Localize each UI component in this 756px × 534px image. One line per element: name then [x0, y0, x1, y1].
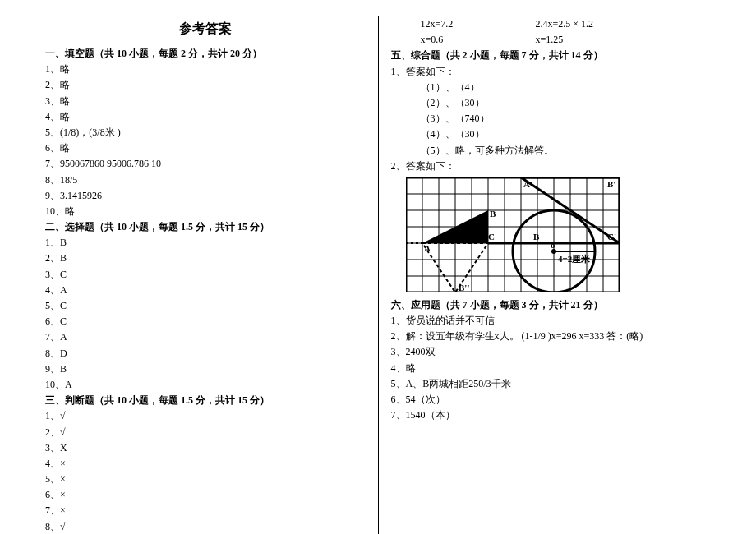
calc-cell: 12x=7.2 — [391, 16, 536, 32]
svg-text:B: B — [533, 232, 540, 242]
sec5-header: 五、综合题（共 2 小题，每题 7 分，共计 14 分） — [391, 48, 712, 63]
left-column: 参考答案 一、填空题（共 10 小题，每题 2 分，共计 20 分） 1、略 2… — [33, 16, 378, 534]
sec5-2-head: 2、答案如下： — [391, 159, 712, 174]
sec2-item: 8、D — [45, 346, 366, 361]
sec6-item: 7、1540（本） — [391, 407, 712, 423]
sec5-1-head: 1、答案如下： — [391, 64, 712, 80]
sec1-item: 3、略 — [45, 94, 366, 109]
sec1-item: 8、18/5 — [45, 173, 366, 188]
sec3-item: 1、√ — [45, 408, 366, 424]
sec2-item: 7、A — [45, 329, 366, 345]
sec2-item: 3、C — [45, 267, 366, 283]
sec1-header: 一、填空题（共 10 小题，每题 2 分，共计 20 分） — [45, 46, 366, 62]
svg-text:B'': B'' — [459, 283, 469, 292]
sec3-item: 3、X — [45, 440, 366, 456]
sec3-item: 2、√ — [45, 425, 366, 440]
sec5-1-item: （5）、略，可多种方法解答。 — [391, 143, 712, 159]
sec2-item: 4、A — [45, 283, 366, 298]
svg-text:A': A' — [523, 179, 532, 189]
grid-scale-label: 4=2厘米 — [558, 254, 591, 264]
right-column: 12x=7.2 2.4x=2.5 × 1.2 x=0.6 x=1.25 五、综合… — [379, 16, 724, 534]
sec1-item: 4、略 — [45, 109, 366, 125]
calc-row: x=0.6 x=1.25 — [391, 32, 712, 48]
sec1-item: 7、950067860 95006.786 10 — [45, 156, 366, 172]
sec5-1-item: （4）、（30） — [391, 127, 712, 142]
sec6-item: 2、解：设五年级有学生x人。 (1-1/9 )x=296 x=333 答：(略) — [391, 329, 712, 344]
sec2-item: 2、B — [45, 251, 366, 266]
sec3-item: 6、× — [45, 487, 366, 503]
sec3-header: 三、判断题（共 10 小题，每题 1.5 分，共计 15 分） — [45, 393, 366, 408]
sec5-1-item: （3）、（740） — [391, 111, 712, 127]
sec2-header: 二、选择题（共 10 小题，每题 1.5 分，共计 15 分） — [45, 219, 366, 235]
sec1-item: 6、略 — [45, 140, 366, 156]
calc-cell: x=0.6 — [391, 32, 536, 48]
sec2-item: 1、B — [45, 235, 366, 251]
sec1-item: 10、略 — [45, 204, 366, 219]
sec1-item: 5、(1/8)，(3/8米 ) — [45, 125, 366, 140]
sec3-item: 4、× — [45, 456, 366, 472]
sec1-item: 2、略 — [45, 77, 366, 93]
calc-cell: 2.4x=2.5 × 1.2 — [536, 16, 651, 32]
sec2-item: 6、C — [45, 314, 366, 329]
sec6-item: 6、54（次） — [391, 392, 712, 407]
sec2-item: 9、B — [45, 361, 366, 377]
sec6-item: 4、略 — [391, 361, 712, 376]
calc-cell: x=1.25 — [536, 32, 651, 48]
sec6-item: 3、2400双 — [391, 344, 712, 360]
page: 参考答案 一、填空题（共 10 小题，每题 2 分，共计 20 分） 1、略 2… — [33, 16, 723, 534]
sec1-item: 9、3.1415926 — [45, 188, 366, 204]
sec6-header: 六、应用题（共 7 小题，每题 3 分，共计 21 分） — [391, 297, 712, 313]
page-title: 参考答案 — [45, 21, 366, 38]
sec3-item: 8、√ — [45, 519, 366, 534]
sec5-1-item: （2）、（30） — [391, 95, 712, 111]
svg-text:o: o — [551, 240, 555, 250]
sec1-item: 1、略 — [45, 62, 366, 77]
svg-text:B: B — [490, 209, 496, 219]
sec3-item: 5、× — [45, 472, 366, 487]
sec6-item: 5、A、B两城相距250/3千米 — [391, 376, 712, 392]
calc-row: 12x=7.2 2.4x=2.5 × 1.2 — [391, 16, 712, 32]
svg-text:A: A — [424, 243, 431, 253]
svg-text:B': B' — [607, 179, 615, 189]
sec5-1-item: （1）、（4） — [391, 80, 712, 95]
svg-text:C': C' — [607, 232, 616, 242]
svg-text:C: C — [488, 232, 495, 242]
sec2-item: 5、C — [45, 298, 366, 314]
sec2-item: 10、A — [45, 377, 366, 393]
sec3-item: 7、× — [45, 503, 366, 518]
sec6-item: 1、货员说的话并不可信 — [391, 313, 712, 329]
geometry-diagram: A' B' C' A C B B B'' o 4=2厘米 — [406, 177, 620, 292]
